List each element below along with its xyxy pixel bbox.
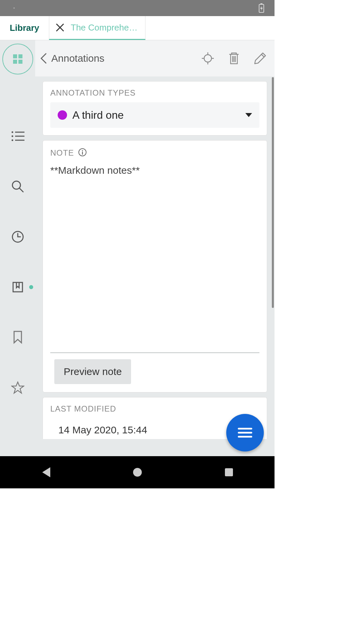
tabs-row: Library The Comprehe… (0, 16, 275, 40)
main-content: Annotations (35, 40, 275, 456)
nav-home-icon (132, 467, 143, 478)
bookmark-icon (13, 331, 23, 344)
annotation-color-swatch (58, 110, 67, 120)
preview-note-button[interactable]: Preview note (54, 359, 131, 384)
scrollbar[interactable] (272, 77, 274, 308)
tab-document-title: The Comprehe… (71, 22, 137, 33)
locate-annotation-button[interactable] (200, 51, 216, 66)
svg-rect-28 (225, 468, 233, 476)
header-title: Annotations (51, 53, 104, 64)
list-icon (11, 131, 24, 142)
tab-document[interactable]: The Comprehe… (49, 16, 145, 40)
back-button[interactable]: Annotations (37, 52, 104, 64)
annotation-types-card: ANNOTATION TYPES A third one (43, 81, 267, 136)
info-icon[interactable] (78, 148, 87, 158)
nav-back-icon (41, 467, 51, 478)
svg-point-22 (82, 150, 83, 151)
close-icon[interactable] (55, 23, 65, 32)
annotation-type-selected: A third one (72, 109, 240, 121)
star-icon (11, 381, 24, 394)
sidebar-item-bookmarks[interactable] (9, 329, 26, 346)
clock-icon (11, 230, 24, 244)
nav-home-button[interactable] (127, 462, 147, 482)
sidebar-item-toc[interactable] (9, 127, 26, 145)
sidebar-item-annotations[interactable] (9, 278, 26, 296)
nav-recent-icon (224, 468, 234, 477)
svg-rect-2 (13, 54, 17, 58)
svg-rect-5 (18, 60, 22, 64)
active-indicator-icon (29, 285, 33, 289)
sidebar (0, 40, 35, 456)
sidebar-item-recent[interactable] (9, 228, 26, 246)
status-dot-icon (13, 7, 15, 9)
nav-recent-button[interactable] (219, 462, 239, 482)
battery-icon (258, 3, 264, 13)
tab-library-label: Library (10, 23, 39, 33)
svg-line-13 (19, 188, 23, 192)
menu-icon (237, 427, 253, 439)
trash-icon (228, 52, 240, 65)
annotation-type-dropdown[interactable]: A third one (50, 102, 259, 128)
tab-library[interactable]: Library (0, 16, 49, 40)
sidebar-item-favorites[interactable] (9, 379, 26, 396)
edit-annotation-button[interactable] (252, 51, 268, 66)
status-bar (0, 0, 275, 16)
body: Annotations (0, 40, 275, 456)
fab-menu-button[interactable] (226, 414, 264, 451)
grid-icon (12, 53, 24, 65)
svg-point-16 (204, 55, 212, 62)
grid-view-button[interactable] (2, 44, 33, 74)
svg-point-27 (133, 468, 142, 477)
system-nav-bar (0, 456, 275, 488)
caret-down-icon (245, 113, 252, 117)
crosshair-icon (201, 52, 214, 65)
svg-point-7 (11, 136, 13, 137)
delete-annotation-button[interactable] (226, 51, 242, 66)
last-modified-label: LAST MODIFIED (50, 404, 259, 414)
svg-rect-4 (13, 60, 17, 64)
note-label: NOTE (50, 148, 74, 158)
nav-back-button[interactable] (36, 462, 56, 482)
sidebar-item-search[interactable] (9, 178, 26, 195)
detail-header: Annotations (35, 40, 275, 76)
annotation-types-label: ANNOTATION TYPES (50, 88, 259, 98)
chevron-left-icon (40, 52, 47, 64)
svg-point-8 (11, 140, 13, 141)
note-textarea[interactable] (50, 163, 259, 353)
svg-rect-1 (260, 3, 262, 4)
search-icon (11, 180, 24, 193)
note-card: NOTE Preview note (43, 140, 267, 392)
bookmark-collection-icon (11, 280, 24, 294)
pencil-icon (253, 52, 267, 65)
svg-rect-3 (18, 54, 22, 58)
svg-point-6 (11, 131, 13, 133)
